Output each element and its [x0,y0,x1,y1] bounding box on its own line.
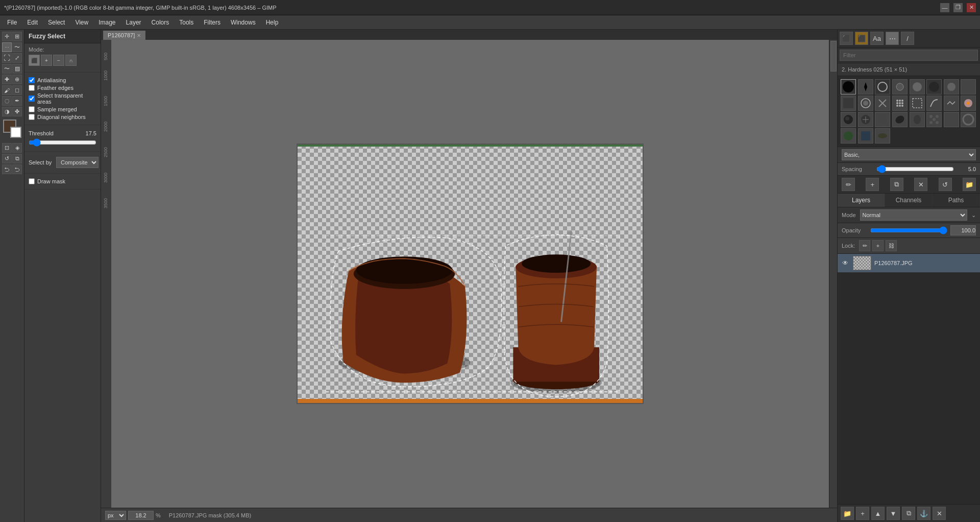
brush-delete-btn[interactable]: ✕ [914,178,927,191]
draw-mask-row[interactable]: Draw mask [29,178,96,184]
crop-tool[interactable]: ⛶ [2,53,12,63]
delete-layer-btn[interactable]: ✕ [933,507,946,520]
select-transparent-row[interactable]: Select transparent areas [29,92,96,105]
menu-edit[interactable]: Edit [22,17,43,28]
brush-item-8[interactable] [841,96,856,111]
mode-subtract[interactable]: − [53,55,64,66]
brush-item-9[interactable] [858,96,873,111]
brush-new-btn[interactable]: + [866,178,879,191]
new-layer-btn[interactable]: + [856,507,869,520]
gradients-panel-btn[interactable]: ⬛ [855,32,868,45]
dodge-burn-tool[interactable]: ◑ [2,107,12,116]
paintbrush-options[interactable]: ◈ [12,143,22,153]
feather-edges-row[interactable]: Feather edges [29,85,96,91]
lock-alpha-btn[interactable]: + [872,240,884,251]
brush-item-13[interactable] [926,96,942,111]
canvas-image-area[interactable] [297,144,644,404]
lock-pixels-btn[interactable]: ✏ [859,240,870,251]
brush-item-20[interactable] [910,112,925,127]
menu-image[interactable]: Image [93,17,120,28]
mode-add[interactable]: + [41,55,52,66]
tab-paths[interactable]: Paths [933,194,980,207]
spacing-slider[interactable] [876,165,954,173]
antialiasing-checkbox[interactable] [29,77,35,83]
clone-tool[interactable]: ⊕ [12,75,22,84]
brush-refresh-btn[interactable]: ↺ [939,178,952,191]
fuzzy-select-tool[interactable]: ⋯ [2,42,12,52]
new-layer-group-btn[interactable]: 📁 [841,507,854,520]
menu-help[interactable]: Help [261,17,284,28]
brush-item-2[interactable] [875,79,890,94]
heal-tool[interactable]: ✚ [2,75,12,84]
menu-colors[interactable]: Colors [146,17,175,28]
brush-item-7[interactable] [961,79,976,94]
menu-select[interactable]: Select [43,17,70,28]
fonts-panel-btn[interactable]: Aa [870,32,884,45]
opacity-input[interactable] [950,225,976,235]
close-button[interactable]: ✕ [967,3,976,12]
layer-visibility-0[interactable]: 👁 [841,258,850,268]
ink-tool[interactable]: ✒ [12,96,22,106]
brush-item-15[interactable] [961,96,976,111]
tab-channels[interactable]: Channels [885,194,933,207]
align-tool[interactable]: ⊞ [12,32,22,41]
brush-item-6[interactable] [944,79,959,94]
transform-tool[interactable]: ⤢ [12,53,22,63]
brush-preset-select[interactable]: Basic, Bristles Chalk Media [842,149,976,160]
image-tab-main[interactable]: P1260787] ✕ [103,31,145,40]
brush-item-16[interactable] [841,112,856,127]
menu-filters[interactable]: Filters [199,17,226,28]
brush-item-14[interactable] [944,96,959,111]
brush-item-0[interactable] [841,79,856,94]
background-color[interactable] [10,127,21,138]
brush-item-12[interactable] [910,96,925,111]
duplicate-layer-btn[interactable]: ⧉ [902,507,915,520]
tools-panel-btn[interactable]: / [901,32,914,45]
image-tab-close[interactable]: ✕ [137,33,141,38]
brush-item-11[interactable] [892,96,908,111]
brush-item-10[interactable] [875,96,890,111]
layer-row-0[interactable]: 👁 P1260787.JPG [838,254,980,273]
brush-item-25[interactable] [858,128,873,144]
zoom-input[interactable] [128,511,154,520]
brush-item-19[interactable] [892,112,908,127]
lasso-select-tool[interactable]: 〜 [12,42,22,52]
mode-intersect[interactable]: ∩ [65,55,77,66]
menu-view[interactable]: View [70,17,93,28]
feather-edges-checkbox[interactable] [29,85,35,91]
opacity-slider[interactable] [870,226,947,234]
sample-merged-row[interactable]: Sample merged [29,106,96,112]
draw-mask-checkbox[interactable] [29,178,35,184]
antialiasing-row[interactable]: Antialiasing [29,77,96,83]
raise-layer-btn[interactable]: ▲ [871,507,885,520]
brush-duplicate-btn[interactable]: ⧉ [890,178,903,191]
brush-item-1[interactable] [858,79,873,94]
diagonal-neighbors-checkbox[interactable] [29,114,35,120]
menu-tools[interactable]: Tools [174,17,199,28]
eraser-tool[interactable]: ◻ [12,85,22,95]
canvas-scroll[interactable] [111,40,829,508]
brush-item-22[interactable] [944,112,959,127]
select-by-dropdown[interactable]: Composite Red Green Blue Alpha [56,157,99,168]
undo-history[interactable]: ↺ [2,154,12,163]
brush-item-5[interactable] [926,79,942,94]
menu-file[interactable]: File [2,17,22,28]
document-history[interactable]: ⊡ [2,143,12,153]
color-swatch[interactable] [3,120,21,138]
lower-layer-btn[interactable]: ▼ [887,507,900,520]
menu-windows[interactable]: Windows [226,17,261,28]
brush-filter-input[interactable] [840,50,978,61]
brush-item-24[interactable] [841,128,856,144]
move-tool[interactable]: ✛ [2,32,12,41]
brush-item-21[interactable] [926,112,942,127]
brush-item-4[interactable] [910,79,925,94]
brush-item-3[interactable] [892,79,908,94]
unit-select[interactable]: px mm cm in [105,511,126,520]
scrollbar-vertical[interactable] [829,40,837,508]
menu-layer[interactable]: Layer [121,17,146,28]
sample-merged-checkbox[interactable] [29,106,35,112]
airbrush-tool[interactable]: ◌ [2,96,12,106]
lock-position-btn[interactable]: ⛓ [886,240,897,251]
redo-button[interactable]: ⮌ [12,164,22,174]
smudge-tool[interactable]: ✤ [12,107,22,116]
